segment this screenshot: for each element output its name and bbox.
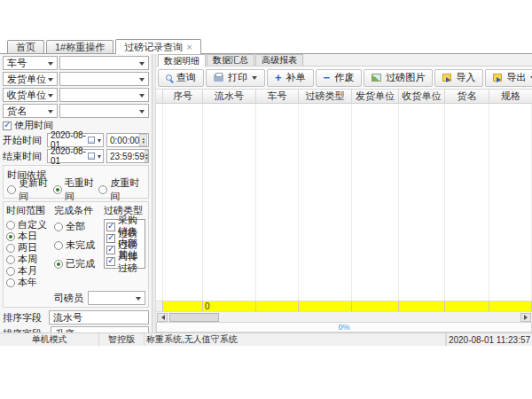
summary-cell-count: 0 — [203, 301, 256, 311]
table-header-row: 序号 流水号 车号 过磅类型 发货单位 收货单位 货名 规格 — [156, 89, 532, 104]
filter-field-select-goods[interactable]: 货名 — [3, 104, 58, 118]
tab-data-detail[interactable]: 数据明细 — [158, 54, 206, 66]
radio-finished[interactable]: 已完成 — [54, 258, 102, 270]
checkbox-label: 其他过磅 — [118, 248, 143, 275]
scrollbar-thumb[interactable] — [169, 313, 219, 322]
time-value: 0:00:00 — [110, 136, 139, 145]
checkbox-icon: ✓ — [106, 246, 115, 254]
row-indicator-header — [156, 90, 163, 103]
query-button[interactable]: 查询 — [158, 69, 204, 87]
result-toolbar: 查询 打印 +补单 −作废 过磅图片 导入 导出 设置 — [156, 66, 532, 89]
scroll-left-icon[interactable] — [157, 313, 168, 322]
weigh-photo-button[interactable]: 过磅图片 — [364, 69, 433, 87]
column-header[interactable]: 货名 — [445, 90, 489, 103]
use-time-checkbox[interactable]: ✓ — [3, 121, 12, 130]
radio-icon — [7, 185, 16, 194]
supplement-order-button[interactable]: +补单 — [267, 69, 314, 87]
start-time-spinner[interactable]: 0:00:00 ▴▾ — [106, 133, 149, 147]
filter-field-select-receiver[interactable]: 收货单位 — [3, 88, 58, 102]
radio-tare-time[interactable]: 皮重时间 — [98, 184, 145, 195]
weighing-app-window: 首页 1#称重操作 过磅记录查询 × 车号 发货单位 收货单位 — [0, 38, 532, 346]
filter-value-select-receiver[interactable] — [59, 88, 149, 102]
close-icon[interactable]: × — [186, 43, 192, 52]
tab-data-summary[interactable]: 数据汇总 — [207, 54, 254, 66]
column-header[interactable]: 车号 — [256, 90, 299, 103]
sort-order-select[interactable]: 升序 — [51, 326, 149, 332]
end-time-spinner[interactable]: 23:59:59 ▴▾ — [106, 149, 149, 163]
table-column-area — [445, 104, 489, 301]
summary-cell — [163, 301, 203, 311]
spinner-arrows-icon[interactable]: ▴▾ — [139, 134, 147, 146]
status-mode: 单机模式 — [0, 333, 99, 346]
radio-all[interactable]: 全部 — [54, 221, 102, 232]
check-icon: ✓ — [107, 232, 114, 242]
column-header[interactable]: 流水号 — [203, 90, 256, 103]
filter-value-select-goods[interactable] — [59, 104, 149, 118]
search-icon — [166, 74, 172, 81]
filter-value-select-vehicle[interactable] — [59, 56, 149, 70]
checkbox-icon: ✓ — [106, 223, 115, 231]
tab-home[interactable]: 首页 — [7, 40, 44, 53]
spinner-down-icon[interactable]: ▾ — [142, 140, 145, 144]
tab-label: 首页 — [16, 41, 35, 54]
combo-value: 升序 — [55, 327, 74, 333]
filter-field-select-vehicle[interactable]: 车号 — [3, 56, 58, 70]
table-column-area — [156, 104, 163, 301]
printer-icon — [214, 74, 223, 82]
radio-icon — [6, 244, 15, 253]
table-body-empty[interactable] — [156, 104, 532, 301]
print-button[interactable]: 打印 — [206, 69, 265, 87]
end-date-picker[interactable]: 2020-08-01 — [47, 149, 104, 163]
radio-label: 未完成 — [66, 239, 95, 252]
column-header[interactable]: 过磅类型 — [299, 90, 352, 103]
button-label: 打印 — [228, 71, 247, 84]
radio-label: 已完成 — [66, 257, 95, 270]
complete-status-label: 完成条件 — [54, 204, 102, 217]
column-header[interactable]: 序号 — [163, 90, 203, 103]
checkbox-icon: ✓ — [106, 234, 115, 243]
time-range-label: 时间范围 — [6, 204, 52, 217]
export-button[interactable]: 导出 — [485, 69, 532, 87]
combo-value: 车号 — [7, 57, 27, 70]
time-basis-group: 时间依据 更新时间 毛重时间 皮重时间 — [3, 165, 149, 199]
void-button[interactable]: −作废 — [316, 69, 363, 87]
horizontal-scrollbar[interactable] — [156, 311, 532, 322]
radio-label: 皮重时间 — [110, 176, 145, 203]
combo-value: 货名 — [7, 105, 27, 118]
check-icon: ✓ — [4, 120, 11, 129]
radio-unfinished[interactable]: 未完成 — [54, 239, 102, 251]
check-icon: ✓ — [107, 255, 114, 265]
summary-row: 0 — [156, 301, 532, 311]
weigher-select[interactable] — [88, 291, 145, 305]
tab-weigh-record-query[interactable]: 过磅记录查询 × — [115, 39, 200, 54]
column-header[interactable]: 规格 — [489, 90, 532, 103]
spinner-arrows-icon[interactable]: ▴▾ — [145, 150, 149, 162]
radio-icon — [53, 185, 62, 194]
scroll-right-icon[interactable] — [520, 313, 531, 322]
spinner-down-icon[interactable]: ▾ — [145, 156, 148, 160]
filter-field-select-shipper[interactable]: 发货单位 — [3, 72, 58, 86]
use-time-label: 使用时间 — [14, 119, 53, 132]
button-label: 过磅图片 — [386, 71, 425, 84]
tab-label: 高级报表 — [262, 54, 297, 66]
start-date-picker[interactable]: 2020-08-01 — [47, 133, 104, 147]
radio-icon — [6, 221, 15, 230]
column-header[interactable]: 发货单位 — [352, 90, 399, 103]
column-header[interactable]: 收货单位 — [399, 90, 445, 103]
start-time-label: 开始时间 — [3, 134, 45, 147]
table-column-area — [299, 104, 352, 301]
checkbox-other-weigh[interactable]: ✓其他过磅 — [106, 255, 143, 267]
import-icon — [442, 74, 451, 82]
radio-this-year[interactable]: 本年 — [6, 277, 52, 288]
progress-value: 0% — [338, 323, 349, 332]
tab-weigh-operation[interactable]: 1#称重操作 — [46, 40, 113, 53]
tab-advanced-report[interactable]: 高级报表 — [255, 54, 303, 66]
radio-update-time[interactable]: 更新时间 — [7, 184, 53, 195]
radio-icon — [54, 260, 63, 269]
chevron-down-icon[interactable] — [252, 76, 257, 82]
radio-gross-time[interactable]: 毛重时间 — [53, 184, 99, 195]
checkbox-icon: ✓ — [106, 257, 115, 266]
import-button[interactable]: 导入 — [434, 69, 483, 87]
filter-value-select-shipper[interactable] — [59, 72, 149, 86]
sort-field-input[interactable]: 流水号 — [49, 310, 149, 325]
